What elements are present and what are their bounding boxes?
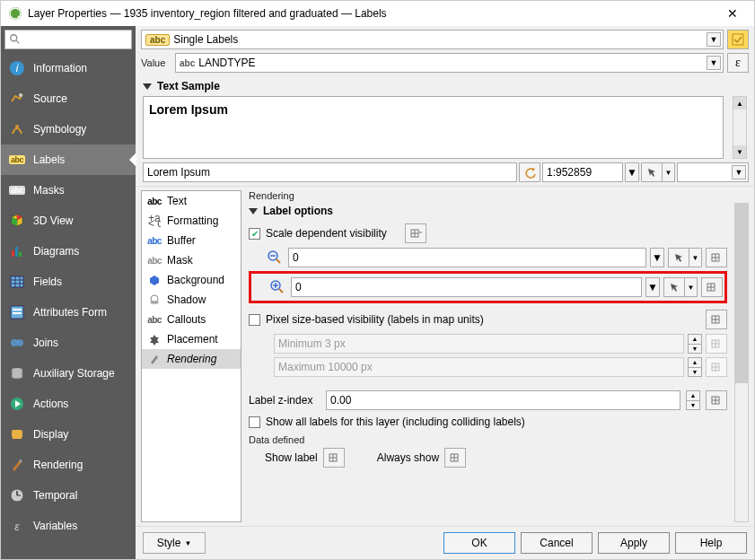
min-scale-dropdown[interactable]: ▼ [650,248,664,267]
text-sample-preview: Lorem Ipsum [143,96,724,159]
label-mode-combo[interactable]: abc Single Labels ▼ [141,30,724,49]
tab-label: Text [167,195,187,207]
sidebar-search[interactable] [4,30,132,49]
tab-label: Formatting [167,214,218,227]
scroll-up-icon[interactable]: ▲ [733,97,746,109]
always-show-override[interactable] [444,448,466,468]
settings-scrollbar[interactable] [734,203,749,522]
show-all-labels-checkbox[interactable] [249,416,260,428]
sidebar-item-masks[interactable]: abc Masks [1,175,136,206]
chevron-down-icon: ▼ [707,56,721,70]
sidebar-item-diagrams[interactable]: Diagrams [1,236,136,267]
map-preview-button[interactable]: ▼ [641,162,675,182]
sidebar-item-actions[interactable]: Actions [1,389,136,419]
sidebar-item-joins[interactable]: Joins [1,328,136,358]
ok-button[interactable]: OK [443,532,515,554]
sidebar-item-attributes-form[interactable]: Attributes Form [1,297,136,328]
tab-formatting[interactable]: +ab< cFormatting [142,211,241,231]
cancel-button[interactable]: Cancel [521,532,593,554]
max-px-override [706,357,727,377]
tab-shadow[interactable]: Shadow [142,290,241,310]
zindex-override[interactable] [706,390,727,410]
sidebar-item-rendering[interactable]: Rendering [1,450,136,480]
sidebar-item-3dview[interactable]: 3D View [1,206,136,236]
max-scale-override[interactable] [701,277,723,297]
tab-buffer[interactable]: abcBuffer [142,231,241,250]
scroll-down-icon[interactable]: ▼ [733,145,746,158]
sidebar-item-source[interactable]: Source [1,83,136,114]
window-title: Layer Properties — 1935 inventory_region… [28,7,718,20]
labeling-options-button[interactable] [727,30,749,49]
sample-text-input[interactable]: Lorem Ipsum [143,162,517,182]
help-button[interactable]: Help [675,532,747,554]
max-scale-input[interactable]: 0 [291,277,642,297]
tab-rendering[interactable]: Rendering [142,349,241,369]
diagrams-icon [8,242,26,260]
form-icon [8,303,26,321]
expression-button[interactable]: ε [727,53,749,73]
tab-mask[interactable]: abcMask [142,250,241,270]
chevron-down-icon[interactable]: ▼ [689,248,702,267]
max-scale-dropdown[interactable]: ▼ [645,277,660,297]
chevron-down-icon[interactable]: ▼ [685,277,698,297]
sample-scrollbar[interactable]: ▲ ▼ [733,96,747,159]
min-scale-picker[interactable]: ▼ [668,248,702,267]
sidebar-item-auxiliary-storage[interactable]: Auxiliary Storage [1,358,136,389]
max-scale-picker[interactable]: ▼ [663,277,698,297]
pixel-visibility-checkbox[interactable] [249,314,260,326]
zindex-input[interactable]: 0.00 [326,390,680,410]
sidebar-item-display[interactable]: Display [1,419,136,450]
tab-label: Background [167,274,224,286]
value-field-combo[interactable]: abc LANDTYPE ▼ [175,53,724,73]
data-override-button[interactable] [405,223,426,243]
tab-callouts[interactable]: abcCallouts [142,310,241,329]
pixel-vis-override[interactable] [706,310,727,329]
scale-visibility-checkbox[interactable]: ✔ [249,228,260,240]
min-px-value: Minimum 3 px [278,337,346,350]
epsilon-icon: ε [735,56,741,70]
min-scale-input[interactable]: 0 [288,248,646,267]
tab-text[interactable]: abcText [142,191,241,211]
sidebar-item-variables[interactable]: ε Variables [1,511,136,541]
scale-dropdown-button[interactable]: ▼ [625,162,639,182]
svg-line-44 [279,289,283,293]
label-tabs: abcText +ab< cFormatting abcBuffer abcMa… [141,190,241,522]
symbology-icon [8,120,26,138]
sidebar-item-symbology[interactable]: Symbology [1,114,136,144]
show-label-override[interactable] [323,448,345,468]
zindex-spinner[interactable]: ▲▼ [686,390,700,410]
callouts-tab-icon: abc [147,312,162,327]
apply-button[interactable]: Apply [598,532,670,554]
tab-placement[interactable]: Placement [142,329,241,349]
max-px-spinner: ▲▼ [688,357,702,377]
ok-label: OK [471,537,487,549]
sidebar-label: Auxiliary Storage [33,367,115,380]
scrollbar-thumb[interactable] [735,204,748,383]
buffer-tab-icon: abc [147,233,162,248]
rendering-settings: Rendering Label options ✔ Scale dependen… [241,187,754,526]
masks-icon: abc [8,181,26,199]
reset-sample-button[interactable] [519,162,540,182]
text-sample-header[interactable]: Text Sample [136,76,754,96]
min-scale-override[interactable] [706,248,727,267]
chevron-down-icon[interactable]: ▼ [663,162,675,182]
label-options-header[interactable]: Label options [249,201,727,221]
min-px-spinner: ▲▼ [688,334,702,354]
sidebar-item-information[interactable]: i Information [1,53,136,83]
cube-icon [8,212,26,230]
sample-scale-input[interactable]: 1:952859 [542,162,623,182]
help-label: Help [700,537,723,549]
style-menu-button[interactable]: Style▼ [143,532,206,554]
svg-line-39 [277,259,280,263]
sidebar-item-labels[interactable]: abc Labels [1,144,136,175]
info-icon: i [8,59,26,77]
sidebar-item-temporal[interactable]: Temporal [1,480,136,511]
background-combo[interactable]: ▼ [677,162,749,182]
display-icon [8,425,26,443]
labels-icon: abc [8,151,26,169]
svg-text:i: i [16,62,19,74]
close-button[interactable]: ✕ [718,6,747,21]
tab-background[interactable]: Background [142,270,241,290]
sidebar-label: Masks [33,184,65,197]
sidebar-item-fields[interactable]: Fields [1,267,136,297]
